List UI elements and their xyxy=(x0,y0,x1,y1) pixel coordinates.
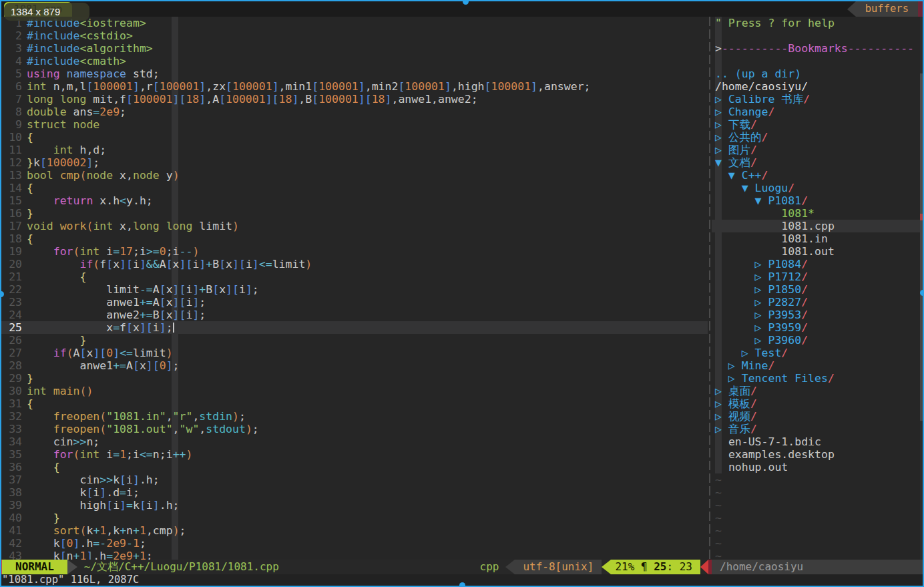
tree-item[interactable]: 1081.in xyxy=(712,232,920,245)
token-br: ] xyxy=(359,80,365,93)
line-number: 30 xyxy=(0,385,27,397)
code-line[interactable]: 19 for(int i=17;i>=0;i--) xyxy=(0,245,708,258)
token-tx: i xyxy=(186,309,192,321)
tree-item[interactable]: 1081* xyxy=(712,207,920,220)
tree-item[interactable]: .. (up a dir) xyxy=(712,67,920,80)
line-text: return x.h<y.h; xyxy=(27,194,153,207)
code-line[interactable]: 12}k[100002]; xyxy=(0,156,708,169)
tree-item[interactable]: >----------Bookmarks---------- xyxy=(712,42,920,55)
code-line[interactable]: 8double ans=2e9; xyxy=(0,106,708,118)
code-line[interactable]: 39 high[i]=k[i].h; xyxy=(0,499,708,512)
code-line[interactable]: 38 k[i].d=i; xyxy=(0,486,708,499)
tree-item[interactable]: ▼ P1081/ xyxy=(712,194,920,207)
tree-item[interactable]: ▷ P1084/ xyxy=(712,258,920,270)
tree-item[interactable]: ▼ Luogu/ xyxy=(712,182,920,194)
file-explorer[interactable]: " Press ? for help>----------Bookmarks--… xyxy=(712,17,920,560)
code-line[interactable]: 26 } xyxy=(0,334,708,347)
code-line[interactable]: 10{ xyxy=(0,131,708,144)
code-line[interactable]: 27 if(A[x][0]<=limit) xyxy=(0,347,708,359)
code-line[interactable]: 21 { xyxy=(0,270,708,283)
code-line[interactable]: 2#include<cstdio> xyxy=(0,29,708,42)
code-line[interactable]: 31{ xyxy=(0,397,708,410)
selection-handle-right[interactable] xyxy=(920,290,924,296)
token-tx: A xyxy=(73,347,80,359)
tree-item[interactable]: ▷ P3959/ xyxy=(712,321,920,334)
line-number: 13 xyxy=(0,169,27,182)
line-text: { xyxy=(27,397,33,410)
token-tx: ans xyxy=(67,106,93,118)
tree-item[interactable]: nohup.out xyxy=(712,461,920,473)
tree-item[interactable]: ▷ Tencent Files/ xyxy=(712,372,920,385)
tree-item[interactable]: examples.desktop xyxy=(712,448,920,461)
tree-item[interactable]: ▷ 公共的/ xyxy=(712,131,920,144)
tree-item[interactable]: " Press ? for help xyxy=(712,17,920,29)
tree-item[interactable]: ▷ Calibre 书库/ xyxy=(712,93,920,106)
code-editor[interactable]: 1#include<iostream>2#include<cstdio>3#in… xyxy=(0,17,708,560)
code-line[interactable]: 3#include<algorithm> xyxy=(0,42,708,55)
tree-item[interactable]: ▷ 模板/ xyxy=(712,397,920,410)
tree-item[interactable]: ▷ Change/ xyxy=(712,106,920,118)
tree-item[interactable] xyxy=(712,55,920,67)
code-line[interactable]: 33 freopen("1081.out","w",stdout); xyxy=(0,423,708,435)
token-br: [ xyxy=(232,283,239,296)
code-line[interactable]: 41 sort(k+1,k+n+1,cmp); xyxy=(0,524,708,537)
tree-item[interactable]: en-US-7-1.bdic xyxy=(712,435,920,448)
tree-item[interactable]: ▷ P1712/ xyxy=(712,270,920,283)
tree-item[interactable]: ▼ C++/ xyxy=(712,169,920,182)
token-fn: cmp xyxy=(60,169,80,182)
code-line[interactable]: 29} xyxy=(0,372,708,385)
tree-item[interactable]: ▷ P1850/ xyxy=(712,283,920,296)
code-line[interactable]: 4#include<cmath> xyxy=(0,55,708,67)
code-line[interactable]: 35 for(int i=1;i<=n;i++) xyxy=(0,448,708,461)
tree-item[interactable]: ▷ 图片/ xyxy=(712,144,920,156)
code-line[interactable]: 30int main() xyxy=(0,385,708,397)
token-dir: Luogu xyxy=(755,182,788,194)
tree-item[interactable]: ▷ 音乐/ xyxy=(712,423,920,435)
code-line[interactable]: 18{ xyxy=(0,232,708,245)
code-line[interactable]: 5using namespace std; xyxy=(0,67,708,80)
code-line[interactable]: 1#include<iostream> xyxy=(0,17,708,29)
tree-item[interactable]: ▷ 下载/ xyxy=(712,118,920,131)
tree-item[interactable]: ▷ P3953/ xyxy=(712,309,920,321)
tree-item[interactable]: 1081.cpp xyxy=(712,220,920,232)
tree-item[interactable]: ▷ 桌面/ xyxy=(712,385,920,397)
token-arrow: ▷ xyxy=(715,144,728,156)
tree-item[interactable]: ▷ Mine/ xyxy=(712,359,920,372)
selection-handle-bottom[interactable] xyxy=(459,582,465,587)
code-line[interactable]: 6int n,m,l[100001],r[100001],zx[100001],… xyxy=(0,80,708,93)
code-line[interactable]: 28 anwe1+=A[x][0]; xyxy=(0,359,708,372)
code-line[interactable]: 23 anwe1+=A[x][i]; xyxy=(0,296,708,309)
tree-item[interactable]: ▼ 文档/ xyxy=(712,156,920,169)
tree-item[interactable]: ▷ Test/ xyxy=(712,347,920,359)
tree-item[interactable]: 1081.out xyxy=(712,245,920,258)
code-line[interactable]: 22 limit-=A[x][i]+B[x][i]; xyxy=(0,283,708,296)
code-line[interactable]: 14{ xyxy=(0,182,708,194)
line-number: 15 xyxy=(0,194,27,207)
tree-item[interactable] xyxy=(712,29,920,42)
code-line[interactable]: 32 freopen("1081.in","r",stdin); xyxy=(0,410,708,423)
code-line[interactable]: 40 } xyxy=(0,512,708,524)
code-line[interactable]: 36 { xyxy=(0,461,708,473)
token-tx: ; xyxy=(93,156,99,169)
code-line[interactable]: 15 return x.h<y.h; xyxy=(0,194,708,207)
code-line[interactable]: 16} xyxy=(0,207,708,220)
code-line[interactable]: 37 cin>>k[i].h; xyxy=(0,473,708,486)
code-line[interactable]: 25 x=f[x][i]; xyxy=(0,321,708,334)
code-line[interactable]: 7long long mit,f[100001][18],A[100001][1… xyxy=(0,93,708,106)
code-line[interactable]: 17void work(int x,long long limit) xyxy=(0,220,708,232)
tree-item[interactable]: ▷ P2827/ xyxy=(712,296,920,309)
code-line[interactable]: 43 k[n+1].h=2e9+1; xyxy=(0,550,708,560)
tree-item[interactable]: ▷ 视频/ xyxy=(712,410,920,423)
tree-item[interactable]: ▷ P3960/ xyxy=(712,334,920,347)
buffers-label[interactable]: buffers xyxy=(856,1,918,17)
code-line[interactable]: 13bool cmp(node x,node y) xyxy=(0,169,708,182)
code-line[interactable]: 42 k[0].h=-2e9-1; xyxy=(0,537,708,550)
tree-item[interactable]: /home/caosiyu/ xyxy=(712,80,920,93)
code-line[interactable]: 34 cin>>n; xyxy=(0,435,708,448)
code-line[interactable]: 11 int h,d; xyxy=(0,144,708,156)
window-separator[interactable] xyxy=(709,17,710,560)
code-line[interactable]: 9struct node xyxy=(0,118,708,131)
empty-buffer-line: ~ xyxy=(712,512,920,524)
code-line[interactable]: 20 if(f[x][i]&&A[x][i]+B[x][i]<=limit) xyxy=(0,258,708,270)
code-line[interactable]: 24 anwe2+=B[x][i]; xyxy=(0,309,708,321)
